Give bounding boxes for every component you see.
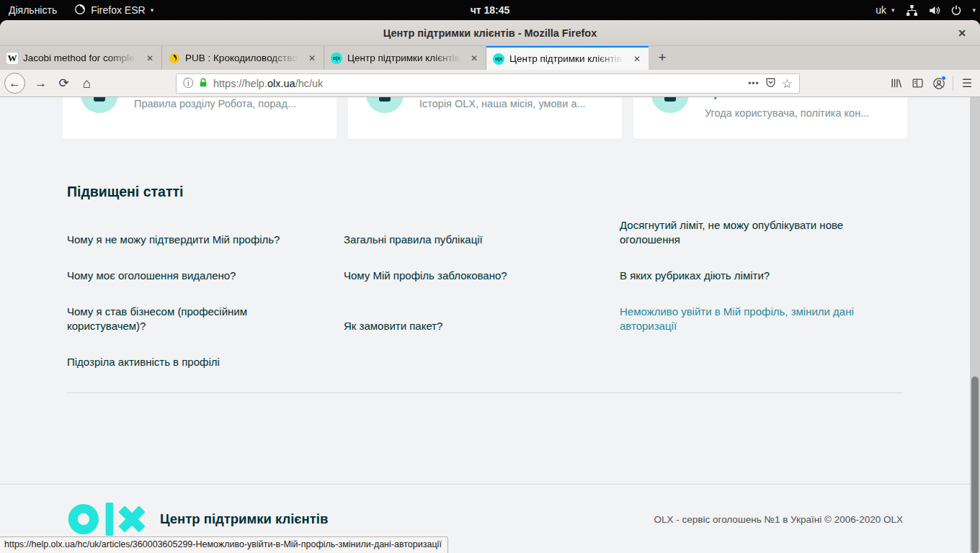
library-icon[interactable]: [885, 73, 906, 94]
promoted-articles-heading: Підвищені статті: [67, 184, 183, 200]
tab-close-icon[interactable]: ✕: [632, 54, 642, 64]
tab-title: Центр підтримки клієнтів: [347, 53, 464, 63]
tab-help-center-1[interactable]: o|x Центр підтримки клієнтів ✕: [324, 46, 486, 70]
tab-close-icon[interactable]: ✕: [469, 53, 479, 63]
chevron-down-icon: ▾: [151, 6, 154, 14]
category-subtitle: Угода користувача, політика кон...: [705, 107, 869, 120]
activities-button[interactable]: Діяльність: [0, 0, 66, 20]
network-icon[interactable]: [906, 4, 918, 17]
firefox-icon: [74, 4, 86, 17]
article-link[interactable]: Підозріла активність в профілі: [67, 355, 344, 369]
article-link-hovered[interactable]: Неможливо увійти в Мій профіль, змінили …: [620, 305, 903, 333]
category-card-privacy[interactable]: Приватність Угода користувача, політика …: [633, 97, 907, 139]
scrollbar-thumb[interactable]: [971, 377, 979, 553]
tab-help-center-2-active[interactable]: o|x Центр підтримки клієнтів ✕: [486, 46, 649, 70]
article-link[interactable]: В яких рубриках діють ліміти?: [620, 269, 903, 283]
olx-logo[interactable]: [67, 502, 148, 536]
footer-copyright: OLX - сервіс оголошень №1 в Україні © 20…: [654, 514, 903, 525]
chevron-down-icon: ▾: [891, 6, 895, 14]
article-link[interactable]: Досягнутий ліміт, не можу опублікувати н…: [620, 218, 903, 247]
category-icon: [81, 97, 118, 113]
bookmark-star-icon[interactable]: ☆: [782, 76, 793, 91]
wikipedia-favicon: W: [6, 53, 18, 64]
article-link[interactable]: Загальні правила публікації: [344, 233, 620, 247]
olx-favicon: o|x: [331, 53, 342, 64]
power-icon[interactable]: [950, 4, 962, 16]
page-content: Правила розділу Робота, порад... Історія…: [0, 97, 970, 553]
tab-jacobi[interactable]: W Jacobi method for complex ✕: [0, 46, 162, 70]
category-icon: [366, 97, 404, 113]
section-divider: [67, 392, 903, 393]
chevron-down-icon: ▾: [972, 6, 976, 14]
clock[interactable]: чт 18:45: [471, 4, 510, 16]
article-link[interactable]: Чому я став бізнесом (професійним корист…: [67, 305, 344, 333]
pub-favicon: [169, 53, 180, 64]
status-tooltip: https://help.olx.ua/hc/uk/articles/36000…: [0, 536, 448, 553]
article-link[interactable]: Чому моє оголошення видалено?: [67, 269, 344, 283]
lock-icon[interactable]: [198, 77, 208, 90]
pocket-icon[interactable]: [765, 76, 777, 91]
tab-pub[interactable]: PUB : Крокодиловодство ✕: [162, 46, 324, 70]
toolbar-separator: [953, 76, 953, 91]
home-button[interactable]: ⌂: [76, 73, 97, 94]
page-actions-icon[interactable]: •••: [748, 78, 760, 89]
back-button[interactable]: ←: [4, 73, 25, 94]
reload-button[interactable]: ⟳: [53, 73, 74, 94]
url-bar[interactable]: ⓘ https://help.olx.ua/hc/uk ••• ☆: [176, 73, 800, 94]
olx-favicon: o|x: [493, 53, 504, 65]
volume-icon[interactable]: [928, 4, 940, 17]
category-card[interactable]: Історія OLX, наша місія, умови а...: [348, 97, 622, 139]
tab-title: Центр підтримки клієнтів: [509, 53, 627, 64]
category-title: Приватність: [705, 97, 780, 102]
tab-title: Jacobi method for complex: [23, 53, 140, 63]
new-tab-button[interactable]: +: [652, 48, 672, 68]
tab-close-icon[interactable]: ✕: [145, 53, 155, 63]
category-card[interactable]: Правила розділу Робота, порад...: [63, 97, 337, 139]
article-link[interactable]: Чому я не можу підтвердити Мій профіль?: [67, 233, 344, 247]
account-icon[interactable]: [928, 73, 950, 94]
keyboard-layout-indicator[interactable]: uk ▾: [874, 0, 896, 20]
navigation-toolbar: ← → ⟳ ⌂ ⓘ https://help.olx.ua/hc/uk ••• …: [0, 70, 980, 97]
window-close-button[interactable]: ✕: [955, 26, 969, 40]
window-titlebar: Центр підтримки клієнтів - Mozilla Firef…: [0, 20, 980, 46]
category-icon: [651, 97, 689, 113]
tab-strip: W Jacobi method for complex ✕ PUB : Крок…: [0, 46, 980, 70]
forward-button[interactable]: →: [30, 73, 51, 94]
promoted-articles-grid: Чому я не можу підтвердити Мій профіль? …: [67, 218, 903, 369]
article-link[interactable]: Чому Мій профіль заблоковано?: [344, 269, 620, 283]
scrollbar: [970, 97, 980, 553]
url-text: https://help.olx.ua/hc/uk: [213, 78, 323, 89]
hamburger-menu-icon[interactable]: ☰: [956, 73, 978, 94]
app-menu[interactable]: Firefox ESR ▾: [66, 0, 162, 20]
category-cards-row: Правила розділу Робота, порад... Історія…: [63, 97, 907, 139]
footer-title[interactable]: Центр підтримки клієнтів: [160, 511, 328, 527]
category-subtitle: Історія OLX, наша місія, умови а...: [419, 98, 586, 110]
tab-title: PUB : Крокодиловодство: [185, 53, 302, 63]
sidebar-icon[interactable]: [906, 73, 928, 94]
desktop: Діяльність Firefox ESR ▾ чт 18:45 uk ▾: [0, 0, 980, 553]
gnome-top-bar: Діяльність Firefox ESR ▾ чт 18:45 uk ▾: [0, 0, 980, 20]
page-info-icon[interactable]: ⓘ: [183, 77, 193, 90]
notification-dot: [941, 76, 946, 81]
article-link[interactable]: Як замовити пакет?: [344, 319, 620, 333]
category-subtitle: Правила розділу Робота, порад...: [134, 98, 296, 110]
window-title: Центр підтримки клієнтів - Mozilla Firef…: [383, 27, 597, 39]
tab-close-icon[interactable]: ✕: [307, 53, 317, 63]
